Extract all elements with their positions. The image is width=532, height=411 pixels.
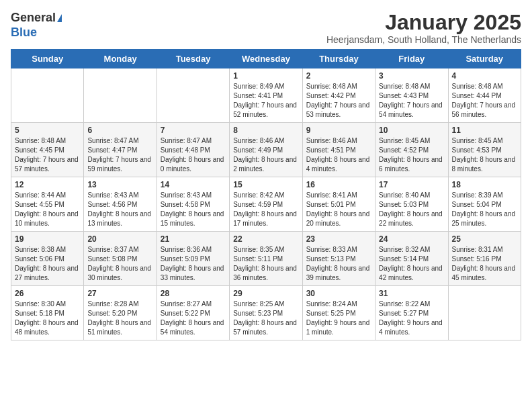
calendar-cell: 25Sunrise: 8:31 AM Sunset: 5:16 PM Dayli… — [448, 232, 521, 286]
calendar-cell: 1Sunrise: 8:49 AM Sunset: 4:41 PM Daylig… — [230, 68, 302, 123]
calendar-cell — [157, 68, 229, 123]
weekday-header: Tuesday — [157, 50, 229, 68]
day-number: 30 — [306, 289, 371, 298]
weekday-header: Sunday — [11, 50, 84, 68]
calendar-cell: 28Sunrise: 8:27 AM Sunset: 5:22 PM Dayli… — [157, 286, 229, 340]
day-number: 4 — [452, 71, 517, 81]
day-number: 15 — [233, 180, 298, 189]
day-info: Sunrise: 8:31 AM Sunset: 5:16 PM Dayligh… — [452, 245, 517, 283]
day-info: Sunrise: 8:46 AM Sunset: 4:51 PM Dayligh… — [306, 136, 371, 174]
day-info: Sunrise: 8:30 AM Sunset: 5:18 PM Dayligh… — [15, 300, 80, 337]
day-number: 5 — [15, 126, 80, 135]
day-info: Sunrise: 8:43 AM Sunset: 4:56 PM Dayligh… — [87, 191, 152, 228]
day-info: Sunrise: 8:45 AM Sunset: 4:52 PM Dayligh… — [379, 136, 444, 174]
day-number: 24 — [379, 234, 444, 244]
day-number: 20 — [87, 234, 152, 244]
day-number: 29 — [233, 289, 298, 298]
calendar-cell: 21Sunrise: 8:36 AM Sunset: 5:09 PM Dayli… — [157, 232, 229, 286]
calendar-cell: 5Sunrise: 8:48 AM Sunset: 4:45 PM Daylig… — [11, 123, 84, 177]
day-number: 11 — [452, 126, 517, 135]
day-info: Sunrise: 8:25 AM Sunset: 5:23 PM Dayligh… — [233, 300, 298, 337]
day-info: Sunrise: 8:41 AM Sunset: 5:01 PM Dayligh… — [306, 191, 371, 228]
day-info: Sunrise: 8:43 AM Sunset: 4:58 PM Dayligh… — [161, 191, 226, 228]
calendar-cell: 13Sunrise: 8:43 AM Sunset: 4:56 PM Dayli… — [84, 177, 157, 232]
day-number: 16 — [306, 180, 371, 189]
weekday-header: Wednesday — [230, 50, 302, 68]
day-info: Sunrise: 8:48 AM Sunset: 4:44 PM Dayligh… — [452, 82, 517, 120]
day-number: 7 — [161, 126, 226, 135]
day-info: Sunrise: 8:45 AM Sunset: 4:53 PM Dayligh… — [452, 136, 517, 174]
calendar-cell — [84, 68, 157, 123]
weekday-header: Thursday — [302, 50, 375, 68]
day-number: 6 — [87, 126, 152, 135]
day-number: 3 — [379, 71, 444, 81]
calendar-cell: 18Sunrise: 8:39 AM Sunset: 5:04 PM Dayli… — [448, 177, 521, 232]
calendar-cell: 29Sunrise: 8:25 AM Sunset: 5:23 PM Dayli… — [230, 286, 302, 340]
logo-blue: Blue — [11, 26, 37, 40]
day-info: Sunrise: 8:48 AM Sunset: 4:45 PM Dayligh… — [15, 136, 80, 174]
weekday-header-row: SundayMondayTuesdayWednesdayThursdayFrid… — [11, 50, 521, 68]
calendar-cell: 27Sunrise: 8:28 AM Sunset: 5:20 PM Dayli… — [84, 286, 157, 340]
calendar-cell: 6Sunrise: 8:47 AM Sunset: 4:47 PM Daylig… — [84, 123, 157, 177]
day-number: 28 — [161, 289, 226, 298]
day-info: Sunrise: 8:35 AM Sunset: 5:11 PM Dayligh… — [233, 245, 298, 283]
calendar-cell: 30Sunrise: 8:24 AM Sunset: 5:25 PM Dayli… — [302, 286, 375, 340]
day-info: Sunrise: 8:42 AM Sunset: 4:59 PM Dayligh… — [233, 191, 298, 228]
calendar-cell — [448, 286, 521, 340]
calendar-cell: 23Sunrise: 8:33 AM Sunset: 5:13 PM Dayli… — [302, 232, 375, 286]
calendar-cell: 3Sunrise: 8:48 AM Sunset: 4:43 PM Daylig… — [375, 68, 448, 123]
day-number: 21 — [161, 234, 226, 244]
day-number: 12 — [15, 180, 80, 189]
day-info: Sunrise: 8:44 AM Sunset: 4:55 PM Dayligh… — [15, 191, 80, 228]
day-number: 14 — [161, 180, 226, 189]
day-number: 25 — [452, 234, 517, 244]
day-number: 17 — [379, 180, 444, 189]
calendar-cell: 9Sunrise: 8:46 AM Sunset: 4:51 PM Daylig… — [302, 123, 375, 177]
logo: General Blue — [11, 11, 62, 40]
calendar-week-row: 19Sunrise: 8:38 AM Sunset: 5:06 PM Dayli… — [11, 232, 521, 286]
calendar-cell: 22Sunrise: 8:35 AM Sunset: 5:11 PM Dayli… — [230, 232, 302, 286]
calendar-week-row: 1Sunrise: 8:49 AM Sunset: 4:41 PM Daylig… — [11, 68, 521, 123]
calendar-cell: 11Sunrise: 8:45 AM Sunset: 4:53 PM Dayli… — [448, 123, 521, 177]
day-info: Sunrise: 8:40 AM Sunset: 5:03 PM Dayligh… — [379, 191, 444, 228]
day-number: 9 — [306, 126, 371, 135]
calendar-cell: 2Sunrise: 8:48 AM Sunset: 4:42 PM Daylig… — [302, 68, 375, 123]
calendar-cell: 19Sunrise: 8:38 AM Sunset: 5:06 PM Dayli… — [11, 232, 84, 286]
calendar-cell: 10Sunrise: 8:45 AM Sunset: 4:52 PM Dayli… — [375, 123, 448, 177]
day-info: Sunrise: 8:28 AM Sunset: 5:20 PM Dayligh… — [87, 300, 152, 337]
day-number: 18 — [452, 180, 517, 189]
day-info: Sunrise: 8:22 AM Sunset: 5:27 PM Dayligh… — [379, 300, 444, 337]
logo-general: General — [11, 11, 62, 26]
day-number: 19 — [15, 234, 80, 244]
day-number: 22 — [233, 234, 298, 244]
title-area: January 2025 Heerjansdam, South Holland,… — [326, 11, 521, 45]
day-number: 2 — [306, 71, 371, 81]
calendar-cell: 31Sunrise: 8:22 AM Sunset: 5:27 PM Dayli… — [375, 286, 448, 340]
calendar-cell: 17Sunrise: 8:40 AM Sunset: 5:03 PM Dayli… — [375, 177, 448, 232]
day-info: Sunrise: 8:38 AM Sunset: 5:06 PM Dayligh… — [15, 245, 80, 283]
day-info: Sunrise: 8:48 AM Sunset: 4:42 PM Dayligh… — [306, 82, 371, 120]
weekday-header: Monday — [84, 50, 157, 68]
page-header: General Blue January 2025 Heerjansdam, S… — [11, 11, 521, 45]
calendar-cell — [11, 68, 84, 123]
calendar-cell: 7Sunrise: 8:47 AM Sunset: 4:48 PM Daylig… — [157, 123, 229, 177]
calendar-cell: 8Sunrise: 8:46 AM Sunset: 4:49 PM Daylig… — [230, 123, 302, 177]
day-info: Sunrise: 8:47 AM Sunset: 4:48 PM Dayligh… — [161, 136, 226, 174]
day-number: 8 — [233, 126, 298, 135]
day-info: Sunrise: 8:32 AM Sunset: 5:14 PM Dayligh… — [379, 245, 444, 283]
weekday-header: Friday — [375, 50, 448, 68]
day-info: Sunrise: 8:33 AM Sunset: 5:13 PM Dayligh… — [306, 245, 371, 283]
calendar-cell: 24Sunrise: 8:32 AM Sunset: 5:14 PM Dayli… — [375, 232, 448, 286]
day-info: Sunrise: 8:47 AM Sunset: 4:47 PM Dayligh… — [87, 136, 152, 174]
calendar-week-row: 12Sunrise: 8:44 AM Sunset: 4:55 PM Dayli… — [11, 177, 521, 232]
calendar-week-row: 26Sunrise: 8:30 AM Sunset: 5:18 PM Dayli… — [11, 286, 521, 340]
day-info: Sunrise: 8:48 AM Sunset: 4:43 PM Dayligh… — [379, 82, 444, 120]
calendar-cell: 20Sunrise: 8:37 AM Sunset: 5:08 PM Dayli… — [84, 232, 157, 286]
day-number: 1 — [233, 71, 298, 81]
calendar-cell: 15Sunrise: 8:42 AM Sunset: 4:59 PM Dayli… — [230, 177, 302, 232]
day-info: Sunrise: 8:36 AM Sunset: 5:09 PM Dayligh… — [161, 245, 226, 283]
day-info: Sunrise: 8:39 AM Sunset: 5:04 PM Dayligh… — [452, 191, 517, 228]
calendar-week-row: 5Sunrise: 8:48 AM Sunset: 4:45 PM Daylig… — [11, 123, 521, 177]
day-number: 13 — [87, 180, 152, 189]
day-info: Sunrise: 8:27 AM Sunset: 5:22 PM Dayligh… — [161, 300, 226, 337]
